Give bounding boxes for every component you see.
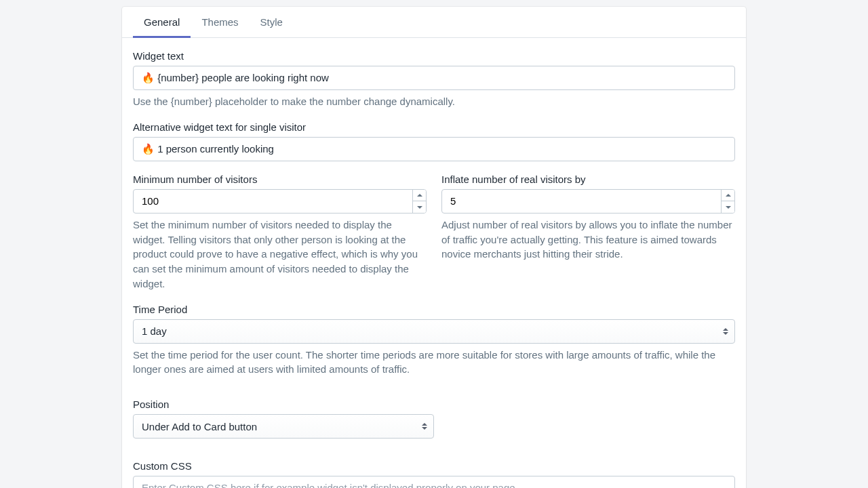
widget-text-input[interactable]	[133, 66, 735, 90]
position-field: Position Under Add to Card button	[133, 399, 735, 439]
inflate-help: Adjust number of real visitors by allows…	[441, 218, 735, 262]
inflate-input[interactable]	[441, 189, 735, 214]
caret-up-icon	[726, 194, 731, 197]
custom-css-label: Custom CSS	[133, 460, 735, 472]
content: Widget text Use the {number} placeholder…	[122, 38, 746, 488]
time-period-field: Time Period 1 day Set the time period fo…	[133, 304, 735, 378]
caret-up-icon	[417, 194, 422, 197]
caret-down-icon	[417, 206, 422, 209]
inflate-label: Inflate number of real visitors by	[441, 174, 735, 185]
min-visitors-stepper	[412, 190, 426, 213]
widget-text-field: Widget text Use the {number} placeholder…	[133, 50, 735, 109]
custom-css-input[interactable]	[133, 476, 735, 488]
min-visitors-up[interactable]	[413, 190, 426, 202]
widget-text-help: Use the {number} placeholder to make the…	[133, 94, 735, 109]
tab-themes[interactable]: Themes	[191, 7, 249, 38]
time-period-help: Set the time period for the user count. …	[133, 348, 735, 378]
time-period-value: 1 day	[133, 319, 735, 344]
min-visitors-input[interactable]	[133, 189, 427, 214]
inflate-spinner	[441, 189, 735, 214]
min-visitors-spinner	[133, 189, 427, 214]
row-visitors: Minimum number of visitors Set the minim…	[133, 174, 735, 304]
position-value: Under Add to Card button	[133, 414, 434, 439]
min-visitors-label: Minimum number of visitors	[133, 174, 427, 185]
min-visitors-down[interactable]	[413, 201, 426, 213]
tab-style[interactable]: Style	[250, 7, 294, 38]
custom-css-field: Custom CSS	[133, 460, 735, 488]
inflate-field: Inflate number of real visitors by Adjus…	[441, 174, 735, 291]
alt-text-label: Alternative widget text for single visit…	[133, 121, 735, 133]
time-period-label: Time Period	[133, 304, 735, 315]
time-period-select[interactable]: 1 day	[133, 319, 735, 344]
alt-text-field: Alternative widget text for single visit…	[133, 121, 735, 161]
inflate-up[interactable]	[722, 190, 734, 202]
position-select[interactable]: Under Add to Card button	[133, 414, 434, 439]
alt-text-input[interactable]	[133, 137, 735, 161]
position-label: Position	[133, 399, 735, 410]
widget-text-label: Widget text	[133, 50, 735, 62]
tabs: General Themes Style	[122, 7, 746, 38]
caret-down-icon	[726, 206, 731, 209]
tab-general[interactable]: General	[133, 7, 191, 38]
inflate-stepper	[721, 190, 734, 213]
min-visitors-help: Set the minimum number of visitors neede…	[133, 218, 427, 291]
settings-card: General Themes Style Widget text Use the…	[122, 7, 746, 488]
inflate-down[interactable]	[722, 201, 734, 213]
min-visitors-field: Minimum number of visitors Set the minim…	[133, 174, 427, 291]
